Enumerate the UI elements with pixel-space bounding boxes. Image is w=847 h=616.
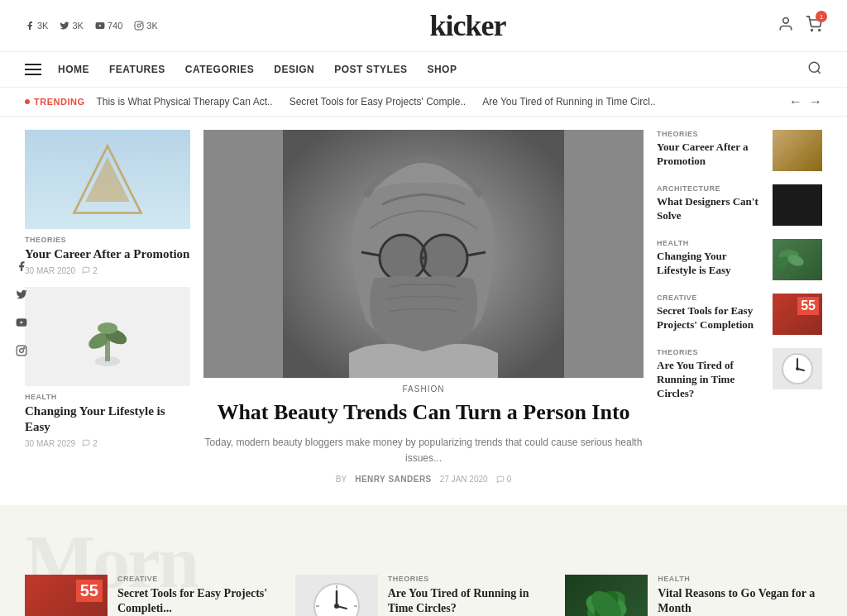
svg-point-41 bbox=[334, 604, 339, 609]
right-article-1-image bbox=[773, 130, 822, 171]
trending-prev-button[interactable]: ← bbox=[789, 94, 802, 109]
nav-shop[interactable]: SHOP bbox=[427, 64, 457, 75]
left-article-2-comments: 2 bbox=[82, 439, 98, 448]
right-article-4-image: 55 bbox=[773, 294, 822, 335]
user-icon[interactable] bbox=[778, 16, 794, 36]
trending-item-2[interactable]: Secret Tools for Easy Projects' Comple.. bbox=[290, 96, 467, 107]
bottom-card-2[interactable]: THEORIES Are You Tired of Running in Tim… bbox=[295, 575, 553, 616]
svg-point-8 bbox=[783, 18, 789, 24]
right-article-3[interactable]: HEALTH Changing Your Lifestyle is Easy bbox=[657, 239, 822, 280]
svg-point-28 bbox=[380, 236, 425, 280]
left-article-2-title: Changing Your Lifestyle is Easy bbox=[25, 404, 190, 436]
green-image bbox=[773, 239, 822, 280]
trending-item-1[interactable]: This is What Physical Therapy Can Act.. bbox=[96, 96, 272, 107]
left-article-1-comments: 2 bbox=[82, 266, 98, 275]
svg-point-3 bbox=[24, 347, 25, 348]
right-article-5-title: Are You Tired of Running in Time Circles… bbox=[657, 359, 764, 401]
bottom-section: Morn 55 CREATIVE Secret Tools for Easy P… bbox=[0, 505, 847, 616]
svg-point-6 bbox=[137, 24, 141, 27]
svg-point-19 bbox=[98, 322, 117, 334]
red-image: 55 bbox=[773, 294, 822, 335]
sidebar-facebook-icon[interactable] bbox=[13, 258, 30, 275]
right-article-4-title: Secret Tools for Easy Projects' Completi… bbox=[657, 304, 764, 332]
left-article-2-date: 30 MAR 2029 bbox=[25, 439, 75, 448]
search-button[interactable] bbox=[807, 60, 822, 79]
clock-image bbox=[773, 348, 822, 389]
svg-rect-5 bbox=[135, 21, 143, 30]
nav-home[interactable]: HOME bbox=[58, 64, 89, 75]
top-bar: 3K 3K 740 3K kicker 1 bbox=[0, 0, 847, 52]
facebook-link[interactable]: 3K bbox=[25, 21, 48, 31]
bottom-card-3[interactable]: HEALTH Vital Reasons to Go Vegan for a M… bbox=[565, 575, 822, 616]
twitter-link[interactable]: 3K bbox=[60, 21, 83, 31]
featured-comments: 0 bbox=[496, 475, 512, 484]
left-column: THEORIES Your Career After a Promotion 3… bbox=[25, 130, 190, 484]
svg-point-2 bbox=[20, 348, 24, 352]
wood-image bbox=[773, 130, 822, 171]
sidebar-twitter-icon[interactable] bbox=[13, 286, 30, 303]
sidebar-youtube-icon[interactable] bbox=[13, 314, 30, 331]
right-column: THEORIES Your Career After a Promotion A… bbox=[657, 130, 822, 484]
center-column: FASHION What Beauty Trends Can Turn a Pe… bbox=[203, 130, 644, 484]
left-article-1-category: THEORIES bbox=[25, 236, 190, 244]
featured-date: 27 JAN 2020 bbox=[440, 475, 488, 484]
right-article-3-text: HEALTH Changing Your Lifestyle is Easy bbox=[657, 239, 764, 278]
trending-item-3[interactable]: Are You Tired of Running in Time Circl.. bbox=[482, 96, 655, 107]
left-article-2[interactable]: HEALTH Changing Your Lifestyle is Easy 3… bbox=[25, 287, 190, 448]
bottom-card-2-text: THEORIES Are You Tired of Running in Tim… bbox=[388, 575, 553, 616]
bottom-card-3-text: HEALTH Vital Reasons to Go Vegan for a M… bbox=[658, 575, 822, 616]
bottom-card-1[interactable]: 55 CREATIVE Secret Tools for Easy Projec… bbox=[25, 575, 282, 616]
left-article-1[interactable]: THEORIES Your Career After a Promotion 3… bbox=[25, 130, 190, 275]
right-article-2-category: ARCHITECTURE bbox=[657, 184, 764, 193]
right-article-2-text: ARCHITECTURE What Designers Can't Solve bbox=[657, 184, 764, 223]
svg-rect-1 bbox=[17, 346, 26, 356]
instagram-count: 3K bbox=[146, 21, 157, 31]
right-article-4-text: CREATIVE Secret Tools for Easy Projects'… bbox=[657, 294, 764, 332]
bottom-cards: 55 CREATIVE Secret Tools for Easy Projec… bbox=[25, 575, 822, 616]
nav-features[interactable]: FEATURES bbox=[109, 64, 165, 75]
nav-bar: HOME FEATURES CATEGORIES DESIGN POST STY… bbox=[0, 52, 847, 88]
sidebar-instagram-icon[interactable] bbox=[13, 342, 30, 359]
youtube-link[interactable]: 740 bbox=[95, 21, 122, 31]
svg-point-37 bbox=[796, 367, 799, 370]
trending-label: TRENDING bbox=[25, 97, 84, 107]
right-article-4-category: CREATIVE bbox=[657, 294, 764, 302]
bottom-card-1-title: Secret Tools for Easy Projects' Completi… bbox=[117, 586, 282, 616]
right-article-1-category: THEORIES bbox=[657, 130, 764, 138]
trending-next-button[interactable]: → bbox=[809, 94, 822, 109]
cart-badge: 1 bbox=[816, 11, 827, 22]
nav-post-styles[interactable]: POST STYLES bbox=[334, 64, 407, 75]
bottom-card-3-title: Vital Reasons to Go Vegan for a Month bbox=[658, 586, 822, 616]
svg-line-12 bbox=[817, 70, 820, 73]
instagram-link[interactable]: 3K bbox=[134, 21, 157, 31]
svg-point-9 bbox=[811, 30, 813, 31]
bottom-card-2-image bbox=[295, 575, 378, 616]
trending-nav: ← → bbox=[789, 94, 822, 109]
nav-left: HOME FEATURES CATEGORIES DESIGN POST STY… bbox=[25, 64, 457, 75]
right-article-3-category: HEALTH bbox=[657, 239, 764, 247]
youtube-count: 740 bbox=[108, 21, 122, 31]
right-article-2-image bbox=[773, 184, 822, 226]
bottom-card-1-category: CREATIVE bbox=[117, 575, 282, 583]
right-article-5[interactable]: THEORIES Are You Tired of Running in Tim… bbox=[657, 348, 822, 401]
right-article-2[interactable]: ARCHITECTURE What Designers Can't Solve bbox=[657, 184, 822, 226]
right-article-1[interactable]: THEORIES Your Career After a Promotion bbox=[657, 130, 822, 171]
social-sidebar bbox=[13, 258, 30, 359]
featured-excerpt: Today, modern beauty bloggers make money… bbox=[203, 435, 644, 466]
nav-design[interactable]: DESIGN bbox=[274, 64, 314, 75]
right-article-5-text: THEORIES Are You Tired of Running in Tim… bbox=[657, 348, 764, 401]
featured-image[interactable] bbox=[203, 130, 644, 378]
featured-author[interactable]: HENRY SANDERS bbox=[355, 475, 432, 484]
hamburger-menu[interactable] bbox=[25, 64, 41, 75]
featured-by-label: BY bbox=[336, 475, 347, 484]
nav-categories[interactable]: CATEGORIES bbox=[185, 64, 254, 75]
right-article-3-title: Changing Your Lifestyle is Easy bbox=[657, 250, 764, 278]
cart-icon[interactable]: 1 bbox=[806, 16, 822, 36]
right-article-5-image bbox=[773, 348, 822, 389]
left-article-2-image bbox=[25, 287, 190, 386]
right-article-4[interactable]: CREATIVE Secret Tools for Easy Projects'… bbox=[657, 294, 822, 335]
site-logo[interactable]: kicker bbox=[429, 8, 505, 43]
featured-title[interactable]: What Beauty Trends Can Turn a Person Int… bbox=[203, 399, 644, 427]
left-article-2-category: HEALTH bbox=[25, 393, 190, 401]
twitter-count: 3K bbox=[72, 21, 83, 31]
